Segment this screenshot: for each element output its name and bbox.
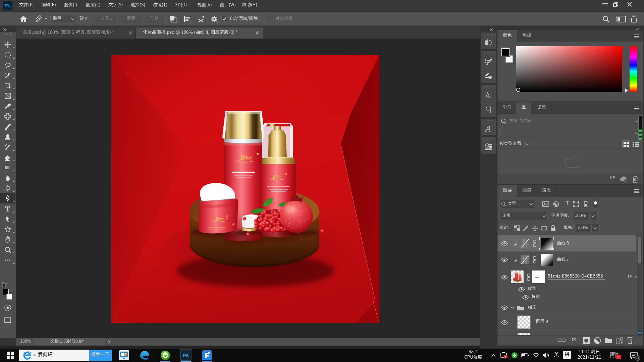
svg-text:day: day [218,217,224,220]
svg-text:day: day [245,155,252,160]
svg-text:day: day [276,174,281,178]
